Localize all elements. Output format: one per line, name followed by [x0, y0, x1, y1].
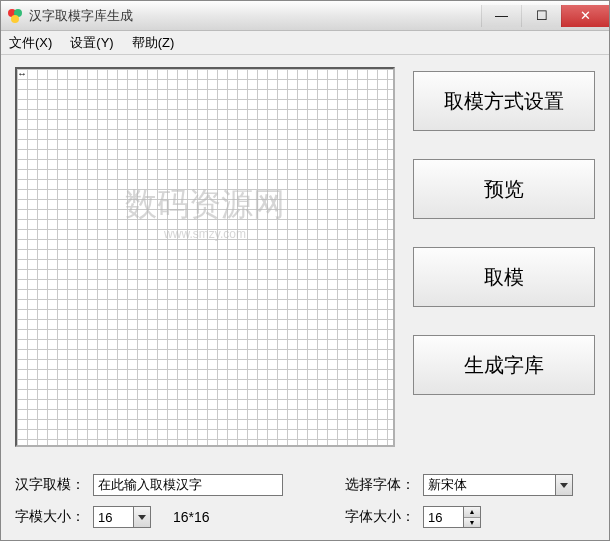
- window-controls: — ☐ ✕: [481, 5, 609, 27]
- minimize-button[interactable]: —: [481, 5, 521, 27]
- title-text: 汉字取模字库生成: [29, 7, 481, 25]
- app-window: 汉字取模字库生成 — ☐ ✕ 文件(X) 设置(Y) 帮助(Z) ↔ 数码资源网…: [0, 0, 610, 541]
- mode-settings-button[interactable]: 取模方式设置: [413, 71, 595, 131]
- maximize-button[interactable]: ☐: [521, 5, 561, 27]
- watermark-text: 数码资源网: [125, 186, 285, 222]
- pixel-grid[interactable]: ↔ 数码资源网 www.smzy.com: [15, 67, 395, 447]
- font-size-label: 字体大小：: [345, 508, 415, 526]
- watermark: 数码资源网 www.smzy.com: [125, 183, 285, 241]
- svg-point-2: [11, 15, 19, 23]
- font-select-label: 选择字体：: [345, 476, 415, 494]
- glyph-size-display: 16*16: [173, 509, 210, 525]
- font-select-combo[interactable]: 新宋体: [423, 474, 573, 496]
- close-button[interactable]: ✕: [561, 5, 609, 27]
- glyph-size-value: 16: [98, 510, 112, 525]
- menu-bar: 文件(X) 设置(Y) 帮助(Z): [1, 31, 609, 55]
- row-1: 汉字取模： 选择字体： 新宋体: [15, 474, 595, 496]
- side-button-panel: 取模方式设置 预览 取模 生成字库: [413, 67, 595, 464]
- font-select-value: 新宋体: [428, 476, 467, 494]
- spin-up-icon[interactable]: ▲: [464, 507, 480, 518]
- cursor-marker: ↔: [17, 69, 27, 79]
- chevron-down-icon: [133, 507, 150, 527]
- chevron-down-icon: [555, 475, 572, 495]
- font-size-value: 16: [428, 510, 442, 525]
- generate-library-button[interactable]: 生成字库: [413, 335, 595, 395]
- hanzi-input-label: 汉字取模：: [15, 476, 85, 494]
- watermark-url: www.smzy.com: [125, 227, 285, 241]
- bottom-panel: 汉字取模： 选择字体： 新宋体 字模大小： 16 16*16: [1, 464, 609, 540]
- hanzi-input[interactable]: [93, 474, 283, 496]
- menu-settings[interactable]: 设置(Y): [70, 34, 113, 52]
- title-bar: 汉字取模字库生成 — ☐ ✕: [1, 1, 609, 31]
- preview-button[interactable]: 预览: [413, 159, 595, 219]
- content-area: ↔ 数码资源网 www.smzy.com 取模方式设置 预览 取模 生成字库: [1, 55, 609, 464]
- app-icon: [7, 8, 23, 24]
- spinner-buttons[interactable]: ▲ ▼: [463, 507, 480, 527]
- font-size-spinner[interactable]: 16 ▲ ▼: [423, 506, 481, 528]
- menu-help[interactable]: 帮助(Z): [132, 34, 175, 52]
- menu-file[interactable]: 文件(X): [9, 34, 52, 52]
- extract-button[interactable]: 取模: [413, 247, 595, 307]
- row-2: 字模大小： 16 16*16 字体大小： 16 ▲ ▼: [15, 506, 595, 528]
- spin-down-icon[interactable]: ▼: [464, 518, 480, 528]
- glyph-size-label: 字模大小：: [15, 508, 85, 526]
- glyph-size-combo[interactable]: 16: [93, 506, 151, 528]
